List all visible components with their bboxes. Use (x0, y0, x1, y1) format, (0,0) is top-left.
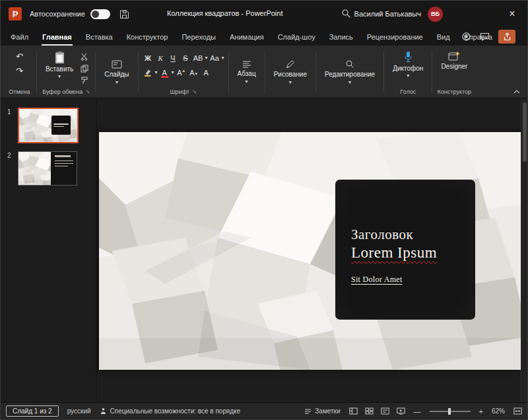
paste-button[interactable]: Вставить ▾ (41, 48, 78, 82)
autosave-toggle[interactable] (90, 9, 110, 19)
slide-title-line-2[interactable]: Lorem Ipsum (351, 243, 475, 263)
strikethrough-button[interactable]: S (180, 52, 191, 63)
slide-counter[interactable]: Слайд 1 из 2 (6, 405, 59, 417)
grow-arrow-icon: ▴ (182, 67, 185, 73)
close-button[interactable]: × (504, 6, 521, 22)
font-dialog-launcher-icon[interactable]: ↘ (192, 88, 197, 94)
scrollbar-thumb[interactable] (523, 102, 527, 162)
accessibility-checker[interactable]: Специальные возможности: все в порядке (100, 407, 241, 415)
notes-button[interactable]: Заметки (304, 407, 340, 415)
underline-button[interactable]: Ч (168, 52, 179, 63)
zoom-out-button[interactable]: — (414, 407, 421, 415)
ribbon: ↶ ↷ Отмена Вставить ▾ (1, 46, 527, 98)
cut-button[interactable] (81, 53, 88, 61)
change-case-button[interactable]: Аа (209, 52, 220, 63)
normal-view-button[interactable] (349, 407, 358, 415)
slide-thumbnail-item-2[interactable]: 2 (7, 151, 92, 186)
notes-icon (304, 408, 312, 415)
save-button[interactable] (119, 9, 129, 19)
undo-button[interactable]: ↶ (16, 52, 23, 61)
comment-icon (480, 32, 490, 42)
slide-2-thumbnail-textbox (51, 152, 77, 185)
search-button[interactable] (341, 9, 351, 18)
group-separator (265, 52, 265, 93)
tab-slideshow[interactable]: Слайд-шоу (277, 30, 316, 46)
editing-button[interactable]: Редактирование ▾ (320, 48, 380, 96)
group-separator (95, 52, 96, 93)
slide-title-line-1[interactable]: Заголовок (351, 226, 475, 243)
scissors-icon (81, 53, 88, 61)
slide-canvas[interactable]: Заголовок Lorem Ipsum Sit Dolor Amet (99, 132, 521, 370)
zoom-slider-knob[interactable] (448, 408, 451, 415)
slide-subtitle[interactable]: Sit Dolor Amet (351, 275, 475, 285)
designer-group: Designer Конструктор (434, 48, 474, 97)
zoom-in-button[interactable]: + (479, 407, 483, 415)
tab-insert[interactable]: Вставка (85, 30, 114, 46)
autosave-label: Автосохранение (30, 10, 85, 18)
shrink-font-button[interactable]: А▾ (188, 67, 199, 78)
character-spacing-dropdown-icon[interactable]: ▾ (205, 55, 208, 61)
tab-view[interactable]: Вид (436, 30, 451, 46)
powerpoint-window: P Автосохранение Коллекция квадратов - P… (0, 0, 528, 420)
font-color-button[interactable]: А (159, 67, 170, 78)
editing-dropdown-icon: ▾ (348, 80, 351, 85)
italic-button[interactable]: К (155, 52, 166, 63)
paste-label: Вставить (46, 65, 73, 73)
text-highlight-button[interactable] (143, 67, 154, 78)
collapse-ribbon-button[interactable] (513, 89, 521, 94)
accessibility-person-icon (100, 407, 107, 415)
tab-home[interactable]: Главная (42, 30, 73, 46)
font-color-dropdown-icon[interactable]: ▾ (172, 70, 174, 75)
voice-group-label: Голос (400, 88, 416, 95)
tab-record[interactable]: Запись (329, 30, 354, 46)
title-text-box[interactable]: Заголовок Lorem Ipsum Sit Dolor Amet (335, 180, 475, 320)
tab-transitions[interactable]: Переходы (181, 30, 216, 46)
slide-1-thumbnail[interactable] (18, 108, 79, 143)
grow-font-button[interactable]: А▴ (176, 67, 187, 78)
tab-design[interactable]: Конструктор (126, 30, 169, 46)
tab-review[interactable]: Рецензирование (366, 30, 424, 46)
share-button[interactable] (498, 30, 515, 44)
format-painter-button[interactable] (81, 77, 88, 85)
slideshow-view-button[interactable] (397, 407, 405, 415)
slide-sorter-view-button[interactable] (365, 407, 374, 415)
avatar[interactable]: ВБ (428, 7, 443, 22)
new-slide-icon (112, 60, 122, 69)
fit-slide-button[interactable] (513, 407, 522, 415)
character-spacing-button[interactable]: АВ (193, 52, 204, 63)
clipboard-dialog-launcher-icon[interactable]: ↘ (85, 88, 90, 94)
group-separator (138, 52, 139, 93)
dictate-label: Диктофон (393, 65, 423, 72)
tab-animations[interactable]: Анимация (229, 30, 265, 46)
drawing-button[interactable]: Рисование ▾ (269, 48, 312, 96)
account-area[interactable]: Василий Батькавыч ВБ (354, 1, 443, 27)
paragraph-dropdown-icon: ▾ (246, 79, 248, 85)
paragraph-button[interactable]: Абзац ▾ (233, 48, 261, 96)
dictate-button[interactable]: Диктофон ▾ (388, 48, 428, 81)
designer-icon (448, 51, 460, 61)
zoom-level[interactable]: 62% (492, 407, 505, 415)
vertical-scrollbar[interactable] (521, 98, 527, 402)
clear-formatting-button[interactable]: А (201, 67, 212, 78)
zoom-slider[interactable] (430, 411, 471, 412)
accessibility-status-text: Специальные возможности: все в порядке (110, 407, 241, 415)
slide-thumbnail-item-1[interactable]: 1 (7, 108, 92, 143)
redo-button[interactable]: ↷ (16, 67, 23, 75)
reading-view-button[interactable] (381, 407, 389, 415)
comments-button[interactable] (480, 32, 490, 42)
highlight-dropdown-icon[interactable]: ▾ (155, 70, 158, 75)
slide-1-number: 1 (7, 108, 14, 143)
copy-button[interactable] (81, 65, 88, 73)
slides-button[interactable]: Слайды ▾ (100, 48, 133, 96)
user-name: Василий Батькавыч (354, 10, 421, 18)
slide-2-thumbnail[interactable] (18, 151, 77, 186)
bold-button[interactable]: Ж (143, 52, 154, 63)
clipboard-icon (54, 51, 65, 64)
designer-button[interactable]: Designer (436, 48, 472, 73)
change-case-dropdown-icon[interactable]: ▾ (222, 55, 224, 61)
slide-editor-area: Заголовок Lorem Ipsum Sit Dolor Amet (97, 98, 527, 402)
language-indicator[interactable]: русский (67, 407, 91, 415)
record-button[interactable] (461, 32, 471, 42)
tab-file[interactable]: Файл (10, 30, 29, 46)
group-separator (228, 52, 229, 93)
